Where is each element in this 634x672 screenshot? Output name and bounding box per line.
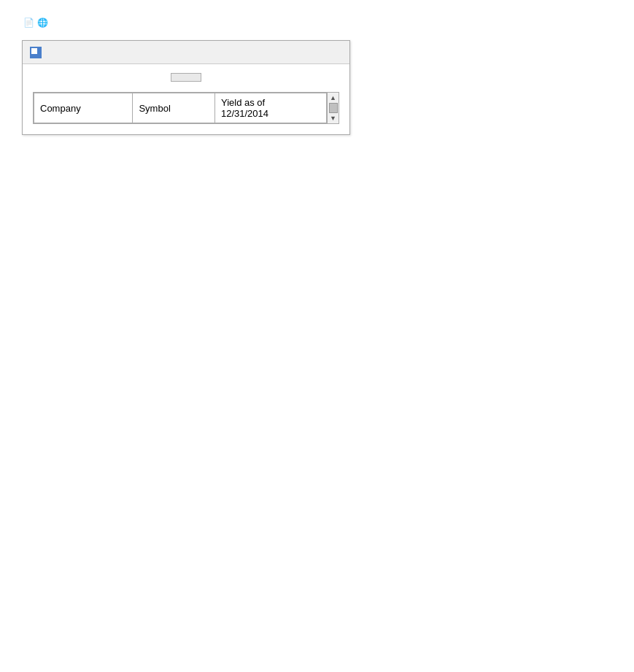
determine-dogs-button[interactable] [171,73,201,82]
col-header-yield: Yield as of12/31/2014 [214,93,326,123]
window-app-icon [30,47,42,58]
intro-icon-file: 📄 [23,18,34,28]
window-body: Company Symbol Yield as of12/31/2014 ▲ ▼ [23,64,349,134]
scroll-up-arrow[interactable]: ▲ [330,94,336,101]
table-header-row: Company Symbol Yield as of12/31/2014 [34,93,327,123]
stock-table: Company Symbol Yield as of12/31/2014 [34,93,327,123]
scrollbar[interactable]: ▲ ▼ [327,93,339,123]
dow-window: Company Symbol Yield as of12/31/2014 ▲ ▼ [22,40,350,135]
intro-icon-external: 🌐 [37,18,48,28]
window-titlebar [23,41,349,64]
col-header-company: Company [34,93,133,123]
scroll-thumb[interactable] [329,103,338,113]
intro-paragraph: 📄🌐 [22,15,612,30]
stock-table-wrapper: Company Symbol Yield as of12/31/2014 ▲ ▼ [33,92,339,124]
col-header-symbol: Symbol [133,93,215,123]
window-title-left [30,47,46,58]
scroll-down-arrow[interactable]: ▼ [330,115,336,122]
